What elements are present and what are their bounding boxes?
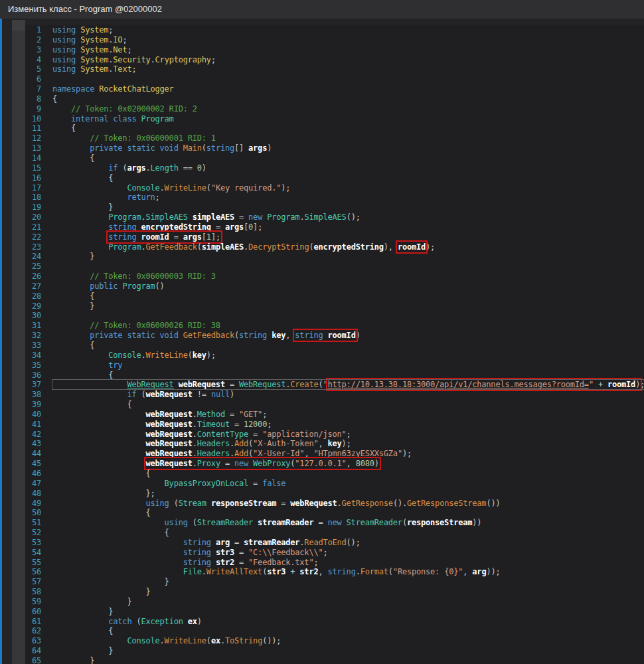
code-token: args <box>183 232 202 242</box>
code-line[interactable]: 33{ <box>0 341 644 351</box>
code-line[interactable]: 59} <box>0 597 644 607</box>
code-line[interactable]: 65} <box>0 656 644 664</box>
code-line[interactable]: 20Program.SimpleAES simpleAES = new Prog… <box>0 212 644 222</box>
code-line[interactable]: 10internal class Program <box>0 114 644 124</box>
code-line[interactable]: 47BypassProxyOnLocal = false <box>0 479 644 489</box>
code-line[interactable]: 12// Token: 0x06000001 RID: 1 <box>0 133 644 143</box>
code-token: . <box>202 567 206 576</box>
code-line[interactable]: 41webRequest.Timeout = 12000; <box>0 420 644 430</box>
code-line[interactable]: 8{ <box>0 94 644 104</box>
code-line-current[interactable]: 37WebRequest webRequest = WebRequest.Cre… <box>0 380 644 390</box>
code-token: = <box>220 459 234 468</box>
code-line[interactable]: 40webRequest.Method = "GET"; <box>0 410 644 420</box>
code-text: try <box>108 361 122 371</box>
code-line[interactable]: 14{ <box>0 153 644 163</box>
code-token: = <box>225 380 239 389</box>
code-line[interactable]: 9// Token: 0x02000002 RID: 2 <box>0 104 644 114</box>
code-line[interactable]: 28{ <box>0 291 644 301</box>
code-line[interactable]: 48}; <box>0 489 644 499</box>
code-line[interactable]: 6 <box>0 74 644 84</box>
code-text: catch (Exception ex) <box>108 617 202 627</box>
code-token: webRequest <box>146 420 193 429</box>
code-line[interactable]: 7namespace RocketChatLogger <box>0 84 644 94</box>
code-line[interactable]: 56File.WriteAllText(str3 + str2, string.… <box>0 567 644 577</box>
code-line[interactable]: 60} <box>0 607 644 617</box>
code-text: webRequest.Headers.Add("X-Auth-Token", k… <box>146 439 351 449</box>
code-line[interactable]: 39{ <box>0 400 644 410</box>
code-line[interactable]: 46{ <box>0 469 644 479</box>
code-line[interactable]: 21string encryptedString = args[0]; <box>0 222 644 232</box>
code-token: RocketChatLogger <box>99 84 173 94</box>
code-line[interactable]: 32private static void GetFeedback(string… <box>0 331 644 341</box>
code-token: [] <box>234 143 248 153</box>
code-line[interactable]: 15if (args.Length == 0) <box>0 163 644 173</box>
code-token: roomId <box>607 380 635 389</box>
code-token: // Token: 0x06000001 RID: 1 <box>90 133 216 143</box>
code-editor[interactable]: 1using System;2using System.IO;3using Sy… <box>0 25 644 664</box>
code-token: }; <box>146 489 155 498</box>
code-text: BypassProxyOnLocal = false <box>165 479 286 489</box>
code-line[interactable]: 25 <box>0 262 644 272</box>
line-number: 18 <box>0 193 41 203</box>
code-line[interactable]: 24} <box>0 252 644 262</box>
code-text: return; <box>127 193 159 203</box>
code-token: Program <box>267 212 299 222</box>
code-token <box>183 617 188 626</box>
code-token: . <box>141 242 145 252</box>
code-line[interactable]: 1using System; <box>0 25 644 35</box>
code-line[interactable]: 64} <box>0 646 644 656</box>
code-line[interactable]: 18return; <box>0 193 644 203</box>
code-line[interactable]: 50{ <box>0 508 644 518</box>
code-token: = <box>234 548 248 557</box>
code-line[interactable]: 62{ <box>0 626 644 636</box>
line-number: 65 <box>0 656 41 664</box>
line-number: 25 <box>0 262 41 272</box>
code-line[interactable]: 35try <box>0 361 644 371</box>
code-line[interactable]: 52{ <box>0 528 644 538</box>
code-line[interactable]: 13private static void Main(string[] args… <box>0 143 644 153</box>
code-line[interactable]: 3using System.Net; <box>0 45 644 55</box>
code-line[interactable]: 34Console.WriteLine(key); <box>0 351 644 361</box>
code-line[interactable]: 55string str2 = "Feedback.txt"; <box>0 558 644 568</box>
code-token: { <box>165 528 169 537</box>
code-line[interactable]: 31// Token: 0x06000026 RID: 38 <box>0 321 644 331</box>
code-line[interactable]: 44webRequest.Headers.Add("X-User-Id", "H… <box>0 449 644 459</box>
code-line[interactable]: 29} <box>0 301 644 311</box>
code-line[interactable]: 36{ <box>0 371 644 380</box>
code-line[interactable]: 30 <box>0 311 644 321</box>
code-token: encryptedString <box>313 242 383 252</box>
code-token: ]; <box>211 232 220 242</box>
line-number: 43 <box>0 439 41 449</box>
code-line[interactable]: 16{ <box>0 173 644 183</box>
code-text: string str2 = "Feedback.txt"; <box>183 558 319 568</box>
code-line[interactable]: 5using System.Text; <box>0 64 644 74</box>
code-line[interactable]: 11{ <box>0 124 644 133</box>
code-line[interactable]: 61catch (Exception ex) <box>0 617 644 627</box>
code-text: internal class Program <box>71 114 174 124</box>
code-line[interactable]: 58} <box>0 587 644 597</box>
code-line[interactable]: 53string arg = streamReader.ReadToEnd(); <box>0 538 644 548</box>
code-line[interactable]: 19} <box>0 203 644 212</box>
line-number: 20 <box>0 212 41 222</box>
code-line[interactable]: 26// Token: 0x06000003 RID: 3 <box>0 272 644 282</box>
code-line[interactable]: 42webRequest.ContentType = "application/… <box>0 430 644 440</box>
code-line[interactable]: 4using System.Security.Cryptography; <box>0 55 644 65</box>
code-line[interactable]: 22string roomId = args[1]; <box>0 232 644 242</box>
code-line[interactable]: 38if (webRequest != null) <box>0 390 644 400</box>
code-line[interactable]: 49using (Stream responseStream = webRequ… <box>0 499 644 509</box>
code-line[interactable]: 17Console.WriteLine("Key required."); <box>0 183 644 193</box>
code-line[interactable]: 63Console.WriteLine(ex.ToString()); <box>0 636 644 646</box>
code-line[interactable]: 23Program.GetFeedback(simpleAES.DecryptS… <box>0 242 644 252</box>
code-line[interactable]: 2using System.IO; <box>0 35 644 45</box>
code-token: simpleAES <box>193 212 234 222</box>
code-line[interactable]: 45webRequest.Proxy = new WebProxy("127.0… <box>0 459 644 469</box>
code-token: roomId <box>398 242 426 252</box>
code-line[interactable]: 27public Program() <box>0 282 644 291</box>
code-line[interactable]: 57} <box>0 577 644 587</box>
code-text: Console.WriteLine(ex.ToString()); <box>127 636 281 646</box>
code-token: internal class <box>71 114 141 124</box>
code-token: string <box>108 232 136 242</box>
code-line[interactable]: 51using (StreamReader streamReader = new… <box>0 518 644 528</box>
code-line[interactable]: 54string str3 = "C:\\Feedback\\"; <box>0 548 644 558</box>
code-line[interactable]: 43webRequest.Headers.Add("X-Auth-Token",… <box>0 439 644 449</box>
